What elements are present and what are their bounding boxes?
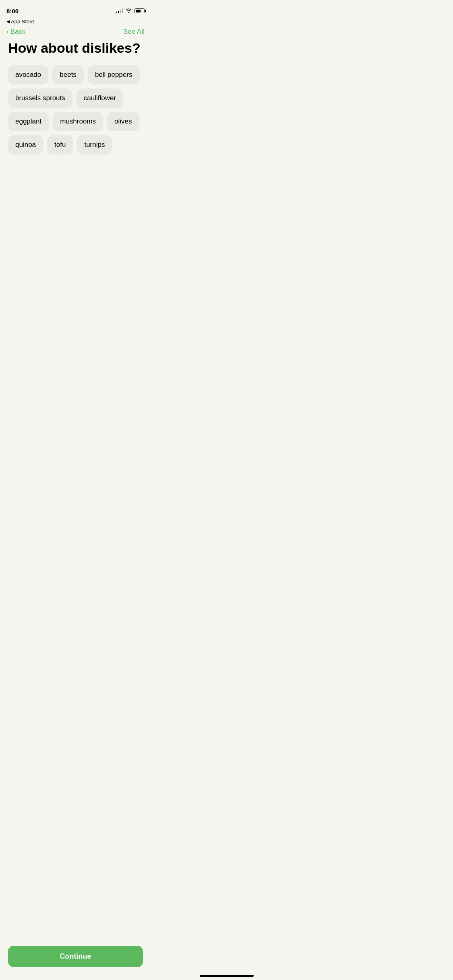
battery-icon [134, 8, 145, 13]
app-store-row: ◀ App Store [0, 18, 151, 25]
see-all-button[interactable]: See All [123, 28, 145, 36]
wifi-icon [126, 8, 132, 14]
status-icons [116, 8, 145, 14]
back-button[interactable]: ‹ Back [6, 28, 25, 36]
back-chevron-icon: ‹ [6, 28, 9, 36]
tag-chip-brussels-sprouts[interactable]: brussels sprouts [8, 89, 72, 108]
tag-chip-cauliflower[interactable]: cauliflower [77, 89, 123, 108]
tags-container: avocadobeetsbell peppersbrussels sprouts… [8, 65, 143, 154]
page-title: How about dislikes? [8, 41, 143, 56]
tag-chip-bell-peppers[interactable]: bell peppers [88, 65, 140, 84]
tag-chip-quinoa[interactable]: quinoa [8, 135, 43, 154]
tag-chip-avocado[interactable]: avocado [8, 65, 48, 84]
see-all-label: See All [123, 28, 145, 35]
tag-chip-olives[interactable]: olives [107, 112, 139, 131]
appstore-arrow-icon: ◀ [6, 19, 10, 24]
page-content: How about dislikes? avocadobeetsbell pep… [0, 41, 151, 154]
status-bar: 8:00 [0, 0, 151, 18]
tag-chip-eggplant[interactable]: eggplant [8, 112, 49, 131]
tag-chip-tofu[interactable]: tofu [47, 135, 73, 154]
nav-bar: ‹ Back See All [0, 25, 151, 41]
status-time: 8:00 [6, 8, 19, 14]
tag-chip-beets[interactable]: beets [52, 65, 84, 84]
back-label: Back [10, 28, 26, 36]
tag-chip-turnips[interactable]: turnips [77, 135, 112, 154]
tag-chip-mushrooms[interactable]: mushrooms [53, 112, 103, 131]
appstore-label: App Store [11, 19, 34, 25]
signal-icon [116, 8, 123, 13]
